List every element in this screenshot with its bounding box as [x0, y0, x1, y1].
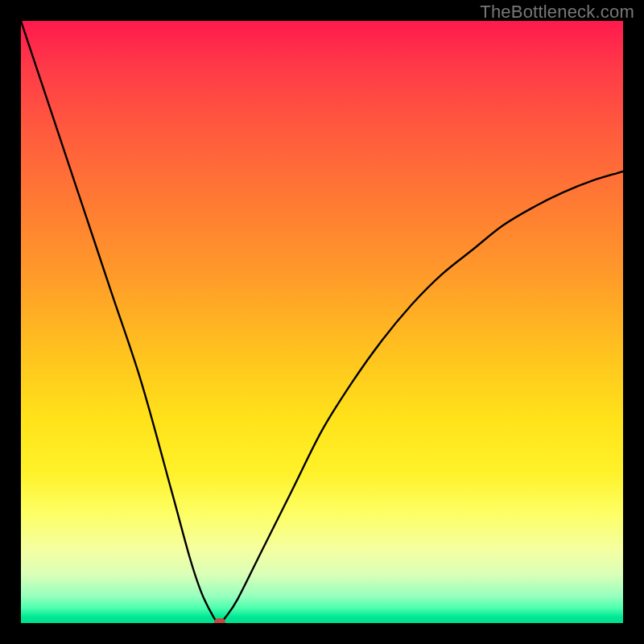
chart-frame: TheBottleneck.com: [0, 0, 644, 644]
watermark-text: TheBottleneck.com: [480, 2, 634, 23]
bottleneck-curve: [21, 21, 623, 623]
minimum-marker: [214, 618, 225, 623]
plot-area: [21, 21, 623, 623]
